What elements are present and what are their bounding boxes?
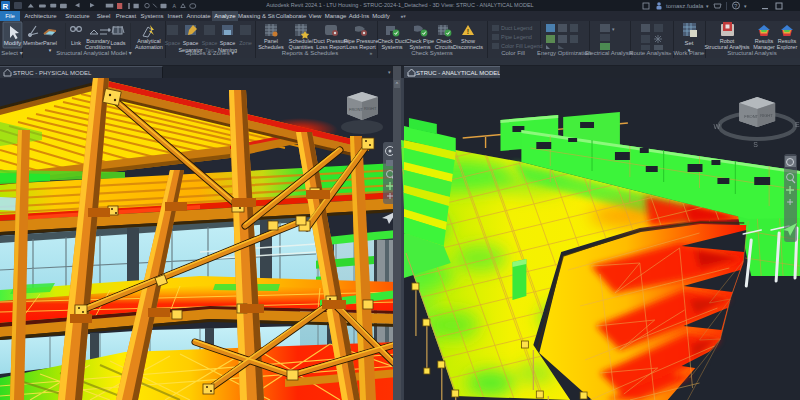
svg-text:▾: ▾ bbox=[706, 3, 709, 9]
svg-text:Color Fill Legend: Color Fill Legend bbox=[501, 43, 543, 49]
svg-text:Explorer: Explorer bbox=[777, 44, 798, 50]
svg-text:W: W bbox=[713, 123, 720, 130]
svg-text:▾: ▾ bbox=[744, 3, 747, 9]
svg-text:Link: Link bbox=[71, 40, 81, 46]
svg-text:Separator: Separator bbox=[178, 47, 202, 53]
svg-text:▾: ▾ bbox=[49, 47, 52, 53]
svg-text:Color Fill: Color Fill bbox=[501, 50, 525, 56]
svg-text:Space: Space bbox=[183, 40, 199, 46]
svg-text:S: S bbox=[753, 141, 758, 148]
svg-text:▾: ▾ bbox=[612, 26, 615, 32]
svg-text:R: R bbox=[3, 2, 9, 11]
svg-text:Check Systems: Check Systems bbox=[411, 50, 453, 56]
svg-text:Tag: Tag bbox=[205, 47, 214, 53]
svg-text:Electrical Analysis: Electrical Analysis bbox=[585, 50, 633, 56]
svg-text:»: » bbox=[370, 50, 373, 56]
svg-text:Structural Analysis: Structural Analysis bbox=[704, 44, 749, 50]
svg-text:Loss Report: Loss Report bbox=[346, 44, 376, 50]
svg-text:Circuits: Circuits bbox=[435, 44, 454, 50]
svg-text:Systems: Systems bbox=[381, 44, 402, 50]
svg-text:Pipe Legend: Pipe Legend bbox=[501, 34, 532, 40]
svg-text:Schedules: Schedules bbox=[258, 44, 284, 50]
svg-text:Space: Space bbox=[165, 40, 181, 46]
svg-text:Member: Member bbox=[23, 40, 43, 46]
svg-text:Reports & Schedules: Reports & Schedules bbox=[282, 50, 338, 56]
svg-text:Loss Report: Loss Report bbox=[316, 44, 346, 50]
svg-text:Route Analysis: Route Analysis bbox=[629, 50, 669, 56]
svg-text:Systems: Systems bbox=[409, 44, 430, 50]
svg-text:FRONT: FRONT bbox=[744, 114, 758, 119]
svg-text:Space: Space bbox=[202, 40, 218, 46]
svg-text:?: ? bbox=[734, 3, 738, 9]
svg-text:Quantities: Quantities bbox=[289, 44, 314, 50]
svg-text:Select ▾: Select ▾ bbox=[1, 50, 22, 56]
svg-text:Zone: Zone bbox=[239, 40, 252, 46]
svg-text:Modify: Modify bbox=[4, 40, 22, 46]
svg-text:E: E bbox=[795, 121, 800, 128]
svg-text:RIGHT: RIGHT bbox=[760, 113, 773, 118]
svg-text:Duct Legend: Duct Legend bbox=[501, 25, 532, 31]
svg-text:Automation: Automation bbox=[135, 44, 163, 50]
svg-text:Structural Analytical Model ▾: Structural Analytical Model ▾ bbox=[56, 50, 131, 56]
svg-text:Conditions: Conditions bbox=[85, 44, 111, 50]
svg-text:RIGHT: RIGHT bbox=[364, 106, 377, 111]
svg-text:Manager: Manager bbox=[753, 44, 775, 50]
svg-text:FRONT: FRONT bbox=[349, 107, 363, 112]
svg-text:Set: Set bbox=[684, 40, 693, 46]
svg-text:!: ! bbox=[467, 28, 469, 35]
svg-text:Space: Space bbox=[220, 40, 236, 46]
svg-text:Loads: Loads bbox=[111, 40, 126, 46]
svg-text:Disconnects: Disconnects bbox=[453, 44, 483, 50]
svg-text:Energy Optimization: Energy Optimization bbox=[537, 50, 591, 56]
svg-text:Naming: Naming bbox=[218, 47, 237, 53]
svg-text:A: A bbox=[173, 3, 177, 9]
svg-text:»: » bbox=[669, 50, 672, 56]
svg-text:Panel: Panel bbox=[43, 40, 57, 46]
svg-text:tomasz.fudala: tomasz.fudala bbox=[666, 3, 704, 9]
svg-text:Structural Analysis: Structural Analysis bbox=[727, 50, 776, 56]
